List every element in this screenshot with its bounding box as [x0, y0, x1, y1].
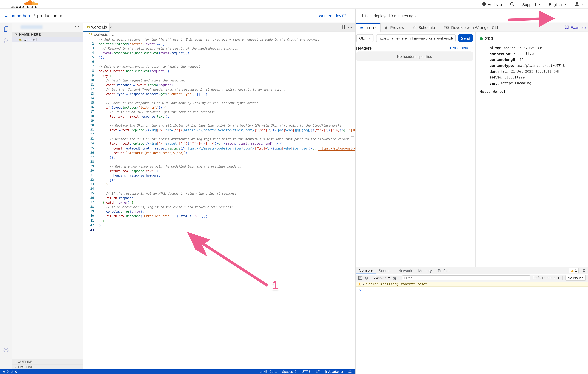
explorer-root-folder[interactable]: ∨ NAME-HERE — [12, 32, 84, 37]
code-line: 29 // Return a new response with the mod… — [83, 164, 355, 168]
expand-triangle-icon[interactable]: ▶ — [363, 283, 364, 285]
code-line: 1// Add an event listener for the 'fetch… — [83, 37, 355, 42]
clock-icon: ◷ — [413, 25, 417, 30]
response-header-row: connection:keep-alive — [490, 51, 565, 57]
url-input[interactable] — [376, 34, 456, 42]
breadcrumb-worker-link[interactable]: name-here — [10, 14, 31, 18]
chevron-down-icon: ▼ — [582, 3, 584, 6]
issues-counter[interactable]: No Issues — [565, 275, 586, 281]
external-link-icon — [342, 14, 346, 18]
code-line: 22 — [83, 132, 355, 137]
code-line: 15 // Check if the response is an HTML d… — [83, 101, 355, 105]
code-line: 17 // If it is an HTML document, get the… — [83, 110, 355, 114]
response-header-row: date:Fri, 21 Jul 2023 13:31:11 GMT — [490, 69, 565, 74]
code-line: 18 let text = await response.text(); — [83, 114, 355, 119]
problems-indicator[interactable]: ⊗0 ⚠0 — [3, 370, 17, 374]
live-expression-eye-icon[interactable]: ◉ — [393, 276, 396, 280]
search-sidebar-icon[interactable] — [3, 38, 9, 44]
notifications-bell-icon[interactable] — [348, 370, 352, 374]
response-headers: cf-ray:7ea3cd80b05206f7-CPTconnection:ke… — [490, 45, 565, 86]
console-message-warning[interactable]: ▶Script modified; context reset. — [356, 282, 588, 287]
code-line: 27 }); — [83, 155, 355, 160]
split-editor-icon[interactable] — [340, 24, 345, 31]
response-body: Hello World! — [480, 89, 505, 94]
more-actions-icon[interactable]: ⋯ — [348, 25, 352, 30]
workers-dev-link[interactable]: workers.dev — [319, 9, 346, 23]
send-button[interactable]: Send — [458, 34, 472, 42]
method-select[interactable]: GET▾ — [356, 34, 373, 42]
tab-preview[interactable]: ◎Preview — [380, 23, 409, 32]
log-levels-select[interactable]: Default levels▼ — [533, 276, 560, 280]
file-item-worker.js[interactable]: JSworker.js — [12, 37, 84, 42]
sidebar-more-button[interactable]: ⋯ — [75, 24, 79, 29]
code-line: 43 — [83, 228, 355, 232]
editor-actions: ⋯ — [340, 23, 353, 32]
top-header: CLOUDFLARE Add site Support▼ English▼ — [0, 0, 588, 9]
code-line: 14 — [83, 96, 355, 101]
response-header-row: content-type:text/plain;charset=UTF-8 — [490, 62, 565, 68]
tab-schedule[interactable]: ◷Schedule — [409, 23, 440, 32]
editor-status-bar: ⊗0 ⚠0 Ln 43, Col 1 Spaces: 2 UTF-8 LF {}… — [0, 369, 355, 374]
close-icon[interactable]: × — [110, 25, 112, 29]
terminal-icon: ⌨ — [444, 25, 449, 30]
code-line: 38 // If an error occurs, log it to the … — [83, 205, 355, 209]
outline-section[interactable]: › OUTLINE — [12, 359, 84, 364]
panel-divider[interactable] — [355, 9, 356, 374]
console-tab-console[interactable]: Console — [356, 267, 376, 274]
settings-gear-icon[interactable] — [3, 347, 9, 354]
support-menu[interactable]: Support▼ — [522, 2, 541, 7]
encoding[interactable]: UTF-8 — [302, 370, 311, 374]
cloudflare-logo[interactable]: CLOUDFLARE — [10, 0, 41, 8]
code-line: 36 return response; — [83, 196, 355, 200]
code-line: 35 // If the response is not an HTML doc… — [83, 191, 355, 196]
explorer-files-icon[interactable] — [3, 26, 9, 33]
console-tab-memory[interactable]: Memory — [415, 267, 435, 274]
account-menu[interactable]: ▼ — [575, 1, 584, 7]
code-line: 37 } catch (error) { — [83, 200, 355, 205]
add-header-link[interactable]: + Add header — [449, 45, 473, 50]
code-line: 19 — [83, 119, 355, 123]
warning-count-badge[interactable]: 1 — [569, 268, 579, 273]
tab-http[interactable]: ⇄HTTP — [356, 23, 380, 32]
code-line: 25 const replacedSrcset = srcset.replace… — [83, 146, 355, 150]
code-line: 40 return new Response('Error occurred.'… — [83, 214, 355, 218]
code-line: 33 } — [83, 182, 355, 187]
clear-console-icon[interactable]: ⊘ — [365, 276, 368, 280]
code-line: 5}); — [83, 55, 355, 60]
tab-worker-js[interactable]: JS worker.js × — [83, 23, 110, 32]
response-header-row: server:cloudflare — [490, 74, 565, 80]
timeline-section[interactable]: › TIMELINE — [12, 364, 84, 369]
search-button[interactable] — [510, 2, 514, 7]
console-prompt[interactable]: > — [359, 288, 361, 292]
code-line: 3 // Respond to the fetch event with the… — [83, 46, 355, 51]
response-header-row: cf-ray:7ea3cd80b05206f7-CPT — [490, 45, 565, 51]
back-arrow-icon[interactable]: ← — [4, 13, 8, 19]
indentation[interactable]: Spaces: 2 — [282, 370, 296, 374]
chevron-down-icon: ▼ — [538, 3, 541, 6]
language-menu[interactable]: English▼ — [549, 2, 567, 7]
warning-icon — [358, 283, 361, 285]
eol-type[interactable]: LF — [316, 370, 320, 374]
console-tab-network[interactable]: Network — [395, 267, 415, 274]
code-line: 21 text = text.replace(/(<img[^>]*src=["… — [83, 128, 355, 132]
cursor-position[interactable]: Ln 43, Col 1 — [260, 370, 277, 374]
example-link[interactable]: Example — [565, 23, 586, 32]
code-line: 32 }); — [83, 178, 355, 182]
devtools-settings-icon[interactable]: ⚙ — [582, 268, 586, 273]
execution-context-select[interactable]: Worker▼ — [374, 276, 390, 280]
request-headers-label: Headers — [356, 46, 372, 50]
text-cursor — [99, 229, 99, 232]
brand-text: CLOUDFLARE — [10, 5, 38, 9]
add-site-button[interactable]: Add site — [482, 2, 502, 7]
editor-breadcrumb[interactable]: JS worker.js › … — [89, 32, 116, 37]
console-sidebar-toggle-icon[interactable] — [358, 276, 362, 280]
language-mode[interactable]: {}JavaScript — [325, 370, 343, 374]
code-area[interactable]: 1// Add an event listener for the 'fetch… — [83, 37, 355, 369]
editor-tab-bar: JS worker.js × ⋯ — [83, 23, 355, 32]
console-filter-input[interactable] — [402, 275, 530, 280]
console-tab-profiler[interactable]: Profiler — [435, 267, 453, 274]
code-line: 30 return new Response(text, { — [83, 169, 355, 173]
code-line: 10 // Fetch the request and store the re… — [83, 78, 355, 83]
tab-develop-with-wrangler-cli[interactable]: ⌨Develop with Wrangler CLI — [440, 23, 503, 32]
console-tab-sources[interactable]: Sources — [376, 267, 395, 274]
